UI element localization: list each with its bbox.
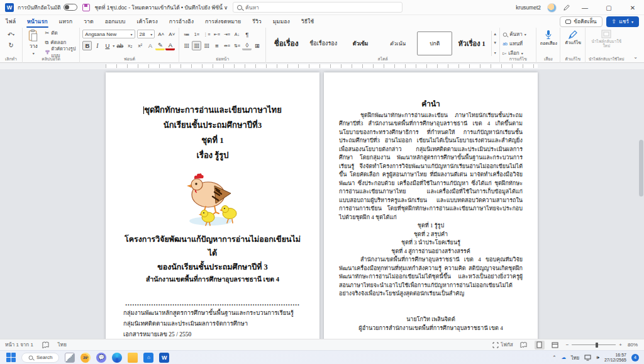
autosave-toggle[interactable] [64,4,77,11]
user-name[interactable]: krusumet2 [516,4,541,11]
word-taskbar-icon[interactable]: W [159,353,169,363]
tab-layout[interactable]: เค้าโครง [131,15,163,28]
taskbar-search[interactable]: Search [21,353,59,363]
zoom-slider[interactable] [572,344,616,345]
tab-view[interactable]: มุมมอง [267,15,296,28]
editor-button[interactable]: ตัวแก้ไข [563,30,583,45]
strikethrough-button[interactable]: ab [115,41,125,50]
word-logo-icon[interactable]: W [5,3,14,12]
onedrive-icon[interactable]: ☁ [562,355,567,360]
shading-icon[interactable]: ◊ [242,41,252,50]
superscript-button[interactable]: x² [135,41,145,50]
font-size-combo[interactable]: 28▾ [137,30,155,38]
file-explorer-icon[interactable] [128,353,138,363]
tab-home[interactable]: หน้าแรก [21,15,53,28]
text-effects-icon[interactable]: A [145,41,155,50]
pilcrow-icon[interactable]: ¶ [242,30,252,39]
network-icon[interactable] [584,355,591,361]
multilevel-list-icon[interactable]: ⋮≡ [202,30,211,39]
italic-button[interactable]: I [92,41,102,50]
language-indicator[interactable]: ไทย [58,341,67,349]
vertical-scrollbar[interactable] [639,140,643,339]
search-input[interactable] [245,4,384,11]
task-view-icon[interactable] [65,353,75,363]
zoom-level[interactable]: 80% [628,342,638,348]
clock[interactable]: 16:57 27/12/2565 [604,353,626,363]
microsoft-store-icon[interactable]: ⌂ [143,353,153,363]
document-title[interactable]: ชุดที่ 1ชุป.doc - โหมดความเข้ากันได้ • บ… [95,3,228,12]
document-page-2[interactable]: คำนำ ชุดฝึกพัฒนาทักษะการอ่านและเขียน ภาษ… [324,72,538,339]
style-title[interactable]: ชื่อเรื่อง [269,31,304,55]
save-icon[interactable] [82,4,90,11]
undo-icon[interactable]: ↶▾ [6,30,16,39]
volume-icon[interactable]: 🕪 [596,355,599,361]
styles-gallery-scroll[interactable]: ▲▼▾ [491,31,498,56]
style-strong[interactable]: ตัวเข้ม [343,31,378,55]
replace-button[interactable]: abแทนที่ [502,40,533,48]
tab-review[interactable]: รีวิว [247,15,267,28]
tab-file[interactable]: ไฟล์ [0,15,21,28]
style-subtitle[interactable]: ชื่อเรื่องรอง [306,31,341,55]
borders-icon[interactable]: ⊞ [252,41,262,50]
decrease-indent-icon[interactable]: ⇤≡ [212,30,221,39]
restore-button[interactable]: ▢ [600,1,618,14]
font-color-button[interactable]: A [165,41,175,50]
horizontal-ruler[interactable] [0,63,644,69]
distribute-icon[interactable]: ⇹≡ [222,41,231,50]
tab-references[interactable]: การอ้างอิง [164,15,199,28]
shrink-font-icon[interactable]: A˅ [167,30,176,39]
title-search-box[interactable] [233,2,402,13]
tab-draw[interactable]: วาด [78,15,99,28]
sort-icon[interactable]: A↓ [232,30,242,39]
justify-icon[interactable]: ≡ [212,41,221,50]
print-layout-icon[interactable] [535,341,545,350]
read-mode-icon[interactable] [519,341,529,350]
find-button[interactable]: ค้นหา▾ [502,30,533,38]
zoom-slider-thumb[interactable] [596,343,598,348]
close-button[interactable]: ✕ [624,1,641,14]
zoom-in-button[interactable]: + [619,342,622,348]
minimize-button[interactable]: — [576,1,594,14]
bullet-list-icon[interactable]: ≔ [182,30,191,39]
grow-font-icon[interactable]: A˄ [157,30,165,39]
paste-dropdown-icon[interactable]: ▾ [33,51,35,55]
align-left-icon[interactable]: 𝍖 [182,41,191,50]
font-family-combo[interactable]: Angsana New▾ [82,30,135,38]
focus-button[interactable]: โฟกัส [492,341,513,349]
subscript-button[interactable]: x₂ [125,41,135,50]
teams-chat-icon[interactable]: 💬 [96,353,106,363]
underline-dropdown-icon[interactable]: ▾ [113,43,114,48]
dictate-button[interactable]: ถอดเสียง [539,30,558,45]
web-layout-icon[interactable] [550,341,560,350]
style-normal[interactable]: ปกติ [417,31,452,55]
scrollbar-thumb[interactable] [639,140,643,196]
redo-icon[interactable]: ↻ [6,40,16,50]
avatar[interactable] [547,3,557,13]
collapse-ribbon-icon[interactable]: ⌄ [627,52,644,62]
page-indicator[interactable]: หน้า 1 จาก 1 [5,341,33,349]
start-button[interactable] [6,353,16,362]
share-button[interactable]: ⇧ แชร์ ▾ [606,16,639,27]
underline-button[interactable]: U [103,41,112,50]
proofing-icon[interactable] [42,341,49,348]
number-list-icon[interactable]: 1≡ [192,30,201,39]
edge-icon[interactable] [112,353,122,363]
increase-indent-icon[interactable]: ⇥≡ [222,30,231,39]
cut-button[interactable]: ✂ตัด [45,29,77,37]
document-page-1[interactable]: ชุดฝึกทักษะการอ่านและเขียนภาษาไทย นักเรี… [106,72,319,339]
tab-insert[interactable]: แทรก [53,15,79,28]
autosave-control[interactable]: การบันทึกอัตโนมัติ [18,3,77,12]
hen-chicks-image[interactable] [178,171,247,229]
tab-help[interactable]: วิธีใช้ [296,15,320,28]
highlight-button[interactable]: ✎ [155,41,165,50]
bold-button[interactable]: B [82,41,92,50]
notification-badge[interactable]: 4 [631,354,639,361]
reuse-files-button[interactable]: นำไฟล์กลับมาใช้ใหม่ [588,30,625,48]
tray-expand-icon[interactable]: ⌃ [552,355,556,360]
weather-widget-icon[interactable]: 29° [80,353,91,363]
pen-mode-icon[interactable] [563,4,570,11]
align-center-icon[interactable]: 𝍖 [192,41,201,50]
tab-design[interactable]: ออกแบบ [99,15,131,28]
style-heading1[interactable]: หัวเรื่อง 1 [454,31,489,55]
align-right-icon[interactable]: 𝍖 [202,41,211,50]
